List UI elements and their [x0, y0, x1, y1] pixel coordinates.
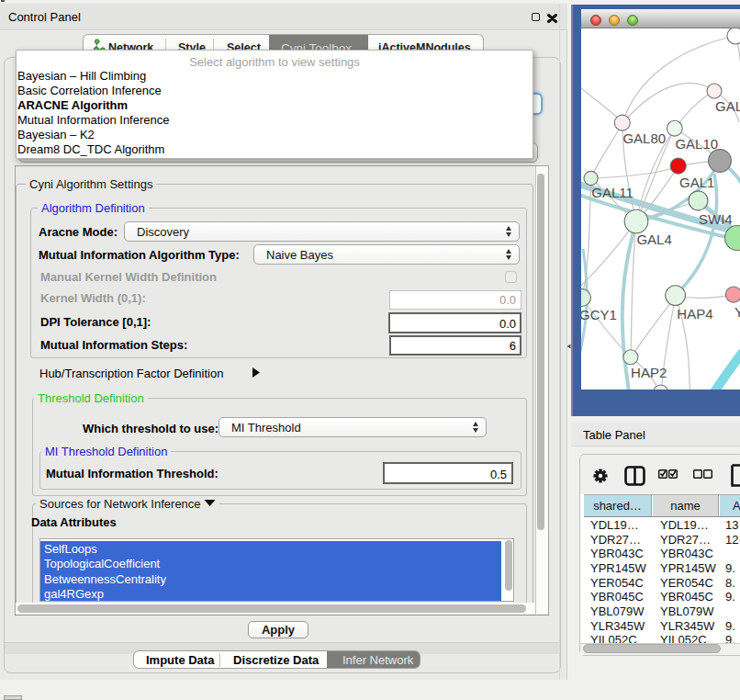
svg-text:SWI4: SWI4 [699, 211, 733, 227]
svg-text:HAP4: HAP4 [677, 306, 712, 322]
svg-text:GAL11: GAL11 [591, 185, 633, 200]
svg-text:GAL1: GAL1 [679, 175, 714, 190]
svg-text:GAL4: GAL4 [636, 231, 671, 247]
svg-text:GAL80: GAL80 [622, 130, 666, 146]
svg-text:GAL10: GAL10 [675, 136, 718, 152]
svg-text:GAL7: GAL7 [715, 98, 740, 114]
svg-text:HAP2: HAP2 [631, 365, 667, 380]
svg-text:GCY1: GCY1 [581, 307, 617, 322]
svg-text:Y: Y [734, 304, 740, 320]
